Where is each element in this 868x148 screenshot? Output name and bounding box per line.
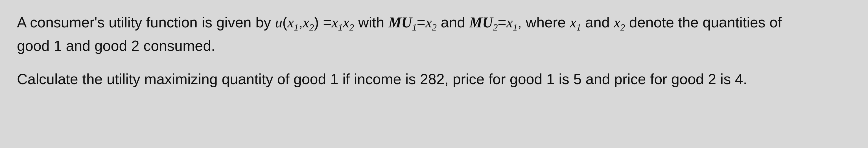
paragraph-2: Calculate the utility maximizing quantit…: [17, 68, 851, 90]
equals2: =: [417, 14, 425, 30]
sub-1b: 1: [338, 22, 343, 32]
text-and1: and: [437, 14, 469, 30]
math-u: u: [275, 14, 283, 30]
math-x2b: x: [343, 14, 349, 30]
math-x1: x: [287, 14, 294, 30]
math-x2d: x: [614, 14, 620, 30]
content-area: A consumer's utility function is given b…: [17, 11, 851, 90]
sub-2: 2: [309, 22, 314, 32]
math-x1c: x: [506, 14, 513, 30]
math-x1b: x: [332, 14, 338, 30]
text-and2: and: [581, 14, 614, 30]
math-x1d: x: [570, 14, 577, 30]
math-MU2: MU: [469, 14, 493, 30]
sub-mu1: 1: [412, 22, 417, 32]
sub-2b: 2: [349, 22, 354, 32]
sub-1c: 1: [513, 22, 518, 32]
paragraph-1: A consumer's utility function is given b…: [17, 11, 851, 57]
sub-2d: 2: [620, 22, 625, 32]
text-with: with: [354, 14, 389, 30]
text-where: , where: [518, 14, 570, 30]
math-x2: x: [303, 14, 309, 30]
math-MU1: MU: [389, 14, 412, 30]
paragraph-1-line2: good 1 and good 2 consumed.: [17, 37, 215, 54]
sub-2c: 2: [432, 22, 437, 32]
paren-open: (: [283, 14, 287, 30]
paren-close: ): [314, 14, 323, 30]
text-denote: denote the quantities of: [625, 14, 782, 30]
equals1: =: [323, 14, 331, 30]
sub-1d: 1: [577, 22, 581, 32]
equals3: =: [498, 14, 506, 30]
comma: ,: [299, 14, 303, 30]
sub-mu2: 2: [493, 22, 498, 32]
math-x2c: x: [425, 14, 432, 30]
sub-1: 1: [294, 22, 299, 32]
text-intro: A consumer's utility function is given b…: [17, 14, 275, 30]
paragraph-2-text: Calculate the utility maximizing quantit…: [17, 71, 747, 87]
